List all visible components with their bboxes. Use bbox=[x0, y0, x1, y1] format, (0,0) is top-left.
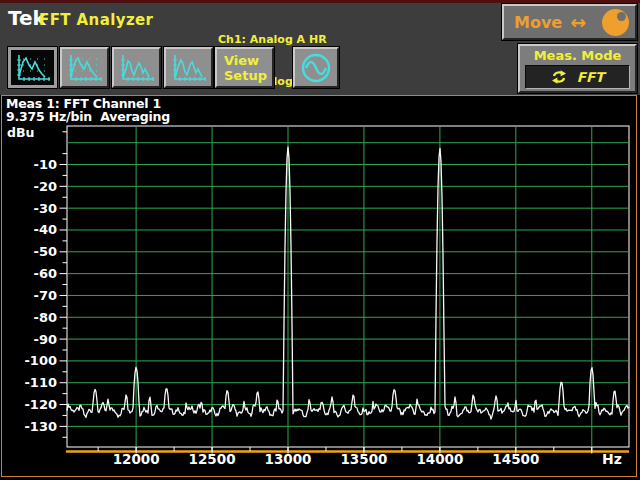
sine-circle-icon bbox=[297, 50, 335, 86]
fft-chart: -10-20-30-40-50-60-70-80-90-100-110-120-… bbox=[0, 95, 640, 480]
waveform-view-icon bbox=[118, 53, 156, 83]
view-button-2[interactable] bbox=[60, 47, 109, 88]
y-tick-label: -60 bbox=[34, 266, 58, 281]
meas-mode-value: FFT bbox=[577, 69, 605, 85]
x-tick-label: 12000 bbox=[113, 451, 160, 467]
fft-analyzer-screen: Tek FFT Analyzer Ch1: Analog A HR Ch2: A… bbox=[0, 0, 640, 480]
app-title: FFT Analyzer bbox=[39, 11, 153, 29]
y-tick-label: -30 bbox=[34, 201, 58, 216]
y-tick-label: -110 bbox=[24, 375, 57, 390]
x-tick-label: 14000 bbox=[416, 451, 463, 467]
view-setup-button[interactable]: View Setup bbox=[215, 47, 274, 88]
view-button-4[interactable] bbox=[164, 47, 213, 88]
move-button[interactable]: Move ↔ bbox=[502, 4, 637, 40]
view-button-3[interactable] bbox=[112, 47, 161, 88]
x-tick-label: 13500 bbox=[340, 451, 387, 467]
plot-border bbox=[67, 126, 629, 447]
left-right-arrow-icon: ↔ bbox=[570, 14, 586, 30]
knob-icon bbox=[602, 9, 629, 36]
y-tick-label: -100 bbox=[24, 353, 57, 368]
meas-mode-label: Meas. Mode bbox=[520, 48, 635, 63]
view-button-1[interactable] bbox=[8, 47, 57, 88]
y-tick-label: -50 bbox=[34, 244, 58, 259]
y-tick-label: -130 bbox=[24, 419, 57, 434]
y-tick-label: -80 bbox=[34, 310, 58, 325]
x-tick-label: 14500 bbox=[492, 451, 539, 467]
spectrum-view-icon bbox=[66, 53, 104, 83]
x-tick-label: 12500 bbox=[189, 451, 236, 467]
meas-mode-panel: Meas. Mode FFT bbox=[518, 44, 637, 93]
y-tick-label: -40 bbox=[34, 222, 58, 237]
move-button-label: Move bbox=[514, 13, 562, 32]
y-tick-label: -70 bbox=[34, 288, 58, 303]
y-tick-label: -120 bbox=[24, 397, 57, 412]
view-setup-label-line1: View bbox=[224, 53, 259, 68]
x-axis-unit-label: Hz bbox=[602, 451, 622, 467]
x-tick-label: 13000 bbox=[265, 451, 312, 467]
waveform-view-icon bbox=[170, 53, 208, 83]
signal-source-button[interactable] bbox=[293, 47, 339, 88]
meas-mode-selector[interactable]: FFT bbox=[525, 65, 630, 89]
y-tick-label: -20 bbox=[34, 179, 58, 194]
view-setup-label-line2: Setup bbox=[224, 68, 267, 83]
fft-trace bbox=[67, 147, 629, 419]
top-edge-strip bbox=[0, 0, 640, 3]
y-tick-label: -10 bbox=[34, 157, 58, 172]
channel-1-label: Ch1: Analog A HR bbox=[218, 33, 327, 47]
cycle-arrows-icon bbox=[551, 70, 567, 84]
spectrum-view-icon bbox=[14, 53, 52, 83]
knob-indicator-dot bbox=[617, 12, 626, 21]
y-tick-label: -90 bbox=[34, 332, 58, 347]
